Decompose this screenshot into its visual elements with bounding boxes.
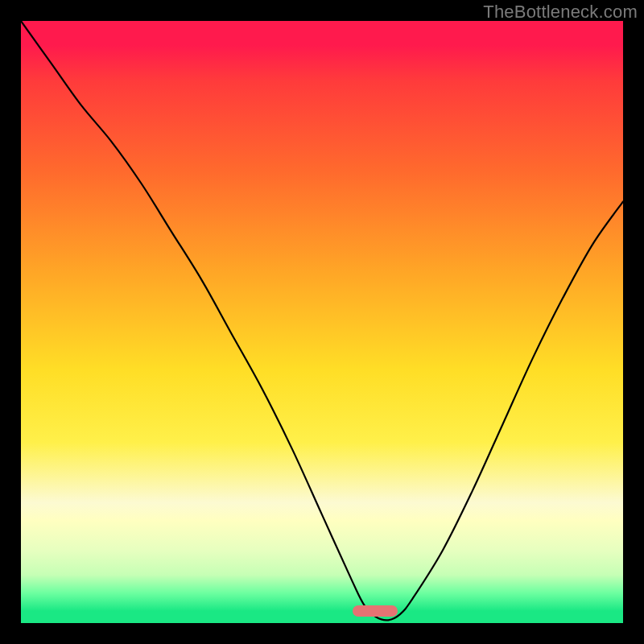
chart-frame: TheBottleneck.com: [0, 0, 644, 644]
watermark-text: TheBottleneck.com: [483, 2, 638, 23]
optimal-marker: [353, 605, 398, 617]
gradient-plot-area: [21, 21, 623, 623]
bottleneck-curve: [21, 21, 623, 623]
